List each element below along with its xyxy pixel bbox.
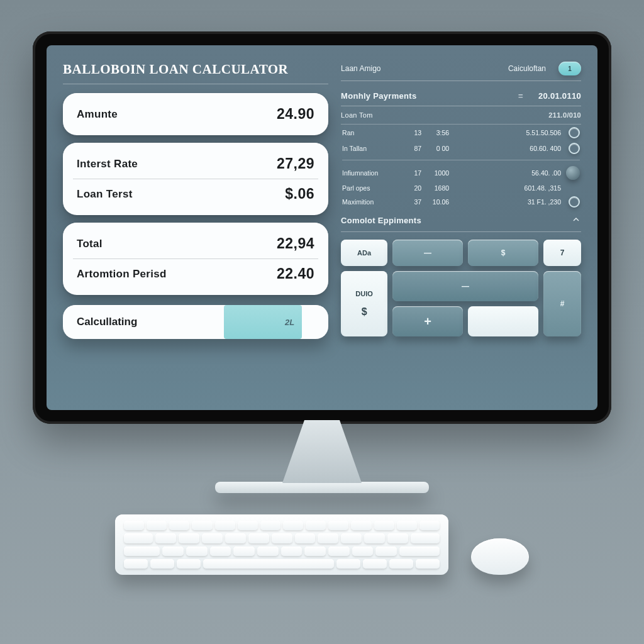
left-panel: BaLLOBOIN LOAN CaLCULATOR Amunte 24.90 I… (63, 62, 328, 397)
monthly-section-title: Monhly Payrments = 20.01.0110 (341, 86, 581, 106)
key-minus[interactable]: — (392, 240, 463, 266)
schedule-table: Ran 13 3:56 5.51.50.506 In Tallan 87 0 0… (341, 125, 581, 209)
right-header-right: Caiculoftan (508, 64, 546, 73)
row-c3: 60.60. 400 (450, 140, 562, 156)
loan-term-label: Loan Tom (341, 111, 373, 119)
key-dollar[interactable]: $ (468, 240, 538, 266)
key-ada[interactable]: ADa (341, 240, 387, 266)
row-label: Infiumnation (341, 164, 400, 182)
table-row[interactable]: Ran 13 3:56 5.51.50.506 (341, 125, 581, 140)
table-row[interactable]: In Tallan 87 0 00 60.60. 400 (341, 140, 581, 156)
amount-card[interactable]: Amunte 24.90 (63, 93, 328, 135)
key-duo-bottom: $ (362, 306, 367, 318)
radio-icon[interactable] (569, 196, 580, 208)
radio-icon[interactable] (569, 127, 580, 138)
amount-value: 24.90 (277, 106, 314, 123)
total-value: 22,94 (277, 235, 314, 252)
row-c3: 31 F1. ,230 (450, 194, 562, 209)
progress-grip: 2L (285, 318, 294, 327)
row-label: Parl opes (341, 182, 400, 194)
row-c3: 5.51.50.506 (450, 125, 562, 140)
chevron-up-icon (571, 214, 581, 226)
key-plus[interactable]: + (392, 306, 463, 336)
row-c2: 0 00 (423, 140, 450, 156)
key-7[interactable]: 7 (543, 240, 581, 266)
radio-icon[interactable] (569, 143, 580, 154)
loan-term-row: Loan Tom 211.0/010 (341, 106, 581, 125)
right-header-left: Laan Amigo (341, 64, 380, 73)
row-c1: 13 (400, 125, 423, 140)
right-panel: Laan Amigo Caiculoftan 1 Monhly Payrment… (341, 62, 581, 397)
total-amort-card[interactable]: Total 22,94 Artomtion Perisd 22.40 (63, 223, 328, 295)
loan-term-value: 211.0/010 (548, 111, 581, 119)
total-label: Total (77, 238, 103, 250)
row-c2: 10.06 (423, 194, 450, 209)
monitor-stand (278, 420, 366, 483)
table-row[interactable]: Maximition 37 10.06 31 F1. ,230 (341, 194, 581, 209)
term-label: Loan Terst (77, 188, 133, 201)
row-c1: 20 (400, 182, 423, 194)
key-duo[interactable]: DUIO $ (341, 271, 387, 336)
row-c1: 37 (400, 194, 423, 209)
amort-label: Artomtion Perisd (77, 268, 167, 280)
monthly-title-text: Monhly Payrments (341, 91, 416, 101)
key-dash[interactable]: — (392, 271, 538, 301)
row-c2: 1680 (423, 182, 450, 194)
monthly-aside: 20.01.0110 (538, 91, 581, 101)
row-c3: 601.48. ,315 (450, 182, 562, 194)
amount-label: Amunte (77, 108, 118, 121)
row-label: Ran (341, 125, 400, 140)
keypad: ADa — $ 7 DUIO $ — # + (341, 240, 581, 336)
rate-term-card[interactable]: Interst Rate 27,29 Loan Terst $.06 (63, 143, 328, 215)
row-label: In Tallan (341, 140, 400, 156)
screen: BaLLOBOIN LOAN CaLCULATOR Amunte 24.90 I… (47, 45, 597, 410)
progress-label: Calcullating (63, 316, 137, 328)
amort-value: 22.40 (277, 265, 314, 282)
divider (73, 179, 318, 179)
row-c2: 3:56 (423, 125, 450, 140)
term-value: $.06 (285, 186, 314, 203)
row-c3: 56.40. .00 (450, 164, 562, 182)
calculating-progress[interactable]: Calcullating 2L (63, 305, 328, 339)
bottom-section-title[interactable]: Comolot Eppiments (341, 209, 581, 232)
balloon-icon[interactable] (566, 166, 580, 180)
keyboard (115, 514, 448, 575)
bottom-title-text: Comolot Eppiments (341, 216, 421, 225)
row-c2: 1000 (423, 164, 450, 182)
header-pill-toggle[interactable]: 1 (558, 62, 581, 75)
table-row[interactable]: Parl opes 20 1680 601.48. ,315 (341, 182, 581, 194)
mouse (471, 538, 529, 575)
equals-icon: = (518, 91, 523, 101)
monitor-frame: BaLLOBOIN LOAN CaLCULATOR Amunte 24.90 I… (33, 31, 611, 424)
right-header: Laan Amigo Caiculoftan 1 (341, 62, 581, 81)
monitor-base (215, 482, 429, 493)
peripherals (115, 514, 529, 575)
row-c1: 87 (400, 140, 423, 156)
key-blank[interactable] (468, 306, 538, 336)
key-hash[interactable]: # (543, 271, 581, 336)
rate-label: Interst Rate (77, 158, 138, 170)
row-c1: 17 (400, 164, 423, 182)
row-label: Maximition (341, 194, 400, 209)
divider (73, 258, 318, 259)
key-duo-top: DUIO (355, 290, 373, 297)
rate-value: 27,29 (277, 155, 314, 172)
table-row[interactable]: Infiumnation 17 1000 56.40. .00 (341, 164, 581, 182)
app-title: BaLLOBOIN LOAN CaLCULATOR (63, 62, 328, 84)
